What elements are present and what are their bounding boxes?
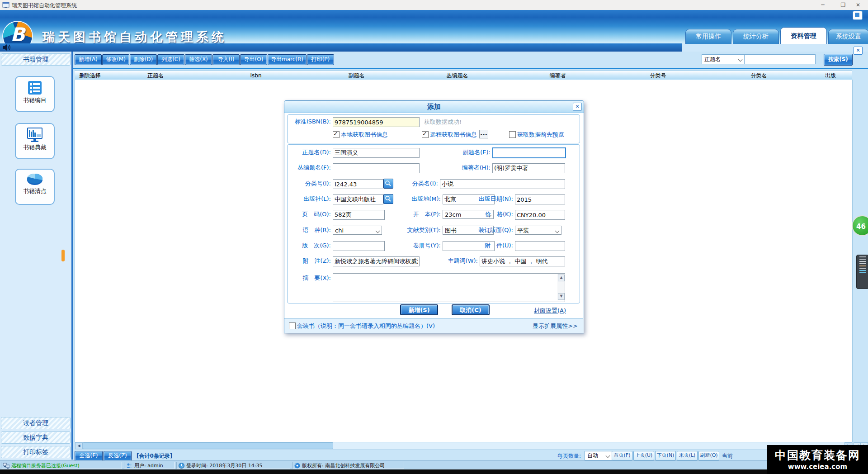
search-button[interactable]: 搜索(S) bbox=[824, 54, 853, 66]
status-login-time-text: 登录时间: 2018年3月30日 14:35 bbox=[186, 462, 262, 469]
author-input[interactable] bbox=[492, 163, 565, 173]
scroll-down-icon[interactable]: ▼ bbox=[558, 293, 565, 300]
collection-monitor-icon bbox=[27, 127, 43, 142]
next-page-button[interactable]: 下页(N) bbox=[655, 451, 676, 460]
sidebar-item-book-inventory[interactable]: 书籍清点 bbox=[15, 169, 55, 205]
logo-letter: B bbox=[3, 24, 32, 46]
abstract-textarea[interactable]: ▲ ▼ bbox=[333, 273, 565, 302]
per-page-select[interactable]: 自动 bbox=[585, 451, 612, 460]
sidebar-item-print-labels[interactable]: 打印标签 bbox=[1, 446, 71, 458]
first-page-button[interactable]: 首页(F) bbox=[612, 451, 632, 460]
series-title-input[interactable] bbox=[333, 163, 420, 173]
sidebar-collapse-handle[interactable] bbox=[61, 250, 65, 261]
toolbar-print-button[interactable]: 打印(P) bbox=[307, 54, 334, 65]
sidebar-item-label: 书籍编目 bbox=[16, 96, 54, 104]
column-header-isbn[interactable]: Isbn bbox=[206, 71, 307, 81]
sidebar-item-book-cataloging[interactable]: 书籍编目 bbox=[15, 76, 55, 112]
price-input[interactable] bbox=[515, 210, 565, 220]
class-no-input[interactable] bbox=[333, 179, 383, 189]
tab-system-settings[interactable]: 系统设置 bbox=[828, 29, 868, 44]
note-input[interactable] bbox=[333, 256, 420, 266]
dialog-add-button[interactable]: 新增(S) bbox=[400, 304, 438, 315]
publisher-input[interactable] bbox=[333, 194, 383, 204]
scrollbar-thumb[interactable] bbox=[83, 442, 333, 449]
invert-select-button[interactable]: 反选(Z) bbox=[104, 451, 132, 461]
page-close-icon[interactable]: ✕ bbox=[854, 47, 863, 55]
toolbar-delete-button[interactable]: 删除(D) bbox=[130, 54, 157, 65]
tab-statistics[interactable]: 统计分析 bbox=[733, 29, 779, 44]
per-page-value: 自动 bbox=[587, 452, 598, 459]
select-all-button[interactable]: 全选(E) bbox=[75, 451, 103, 461]
toolbar-add-button[interactable]: 新增(A) bbox=[75, 54, 102, 65]
cover-settings-link[interactable]: 封面设置(A) bbox=[534, 307, 566, 315]
search-field-select[interactable]: 正题名 bbox=[702, 54, 745, 64]
chevron-down-icon bbox=[376, 229, 380, 233]
status-connection: 远程编目服务器已连接(Guest) bbox=[1, 462, 122, 469]
close-button[interactable]: ✕ bbox=[848, 0, 868, 10]
column-header-class-no[interactable]: 分类号 bbox=[608, 71, 709, 81]
scroll-left-arrow[interactable]: ◀ bbox=[75, 442, 83, 449]
prev-page-button[interactable]: 上页(U) bbox=[633, 451, 654, 460]
sub-title-input[interactable] bbox=[492, 147, 566, 158]
toolbar-divider bbox=[73, 68, 868, 69]
toolbar-export-marc-button[interactable]: 导出marc(R) bbox=[268, 54, 307, 65]
dialog-close-icon[interactable]: ✕ bbox=[573, 103, 582, 111]
binding-select[interactable]: 平装 bbox=[515, 226, 561, 235]
toolbar-filter-button[interactable]: 筛选(X) bbox=[185, 54, 212, 65]
column-header-author[interactable]: 编著者 bbox=[508, 71, 608, 81]
subject-input[interactable] bbox=[480, 256, 565, 266]
per-page-label: 每页数量: bbox=[557, 452, 581, 460]
column-header-subtitle[interactable]: 副题名 bbox=[306, 71, 407, 81]
column-header-class-name[interactable]: 分类名 bbox=[708, 71, 810, 81]
floating-badge[interactable]: 46 bbox=[852, 215, 868, 236]
attachment-input[interactable] bbox=[515, 241, 565, 251]
isbn-input[interactable] bbox=[333, 117, 420, 127]
tab-data-management[interactable]: 资料管理 bbox=[780, 27, 827, 44]
isbn-group: 标准ISBN(B): 获取数据成功! 本地获取图书信息 远程获取图书信息 … 获… bbox=[287, 114, 580, 143]
sidebar-item-reader-management[interactable]: 读者管理 bbox=[1, 417, 71, 429]
textarea-scrollbar[interactable]: ▲ ▼ bbox=[557, 274, 564, 300]
language-select[interactable]: chi bbox=[333, 226, 382, 235]
capture-icon[interactable] bbox=[853, 11, 863, 20]
sidebar-item-book-collection[interactable]: 书籍典藏 bbox=[15, 123, 55, 159]
local-fetch-checkbox[interactable] bbox=[333, 131, 340, 138]
column-header-main-title[interactable]: 正题名 bbox=[105, 71, 206, 81]
pub-date-input[interactable] bbox=[515, 194, 565, 204]
refresh-button[interactable]: 刷新(Q) bbox=[698, 451, 719, 460]
floating-side-widget[interactable] bbox=[856, 255, 868, 289]
column-header-publisher[interactable]: 出版 bbox=[809, 71, 852, 81]
tab-common-operations[interactable]: 常用操作 bbox=[685, 29, 731, 44]
class-no-search-icon[interactable] bbox=[383, 179, 393, 189]
edition-input[interactable] bbox=[333, 241, 385, 251]
toolbar-column-select-button[interactable]: 列选(C) bbox=[157, 54, 184, 65]
toolbar-export-button[interactable]: 导出(O) bbox=[240, 54, 267, 65]
user-icon bbox=[126, 463, 132, 469]
remote-source-more-button[interactable]: … bbox=[479, 130, 488, 138]
column-header-series-title[interactable]: 丛编题名 bbox=[407, 71, 508, 81]
scroll-up-icon[interactable]: ▲ bbox=[558, 275, 565, 281]
toolbar-import-button[interactable]: 导入(I) bbox=[212, 54, 240, 65]
last-page-button[interactable]: 末页(L) bbox=[677, 451, 698, 460]
window-app-icon bbox=[2, 1, 9, 9]
sidebar-item-data-dictionary[interactable]: 数据字典 bbox=[1, 431, 71, 444]
preview-checkbox[interactable] bbox=[509, 131, 516, 138]
search-input[interactable] bbox=[744, 54, 816, 64]
status-connection-text: 远程编目服务器已连接(Guest) bbox=[11, 462, 80, 469]
publisher-search-icon[interactable] bbox=[383, 194, 393, 204]
current-page-label: 当前 bbox=[722, 452, 733, 460]
pages-input[interactable] bbox=[333, 210, 385, 220]
edition-label: 版 次(G): bbox=[288, 241, 331, 251]
column-header-delete-select[interactable]: 删除选择 bbox=[75, 71, 106, 81]
class-name-input[interactable] bbox=[440, 179, 565, 189]
server-connection-icon bbox=[3, 463, 9, 469]
minimize-button[interactable]: ─ bbox=[813, 0, 833, 10]
dialog-cancel-button[interactable]: 取消(C) bbox=[452, 304, 490, 315]
set-book-checkbox[interactable] bbox=[289, 322, 296, 329]
toolbar-modify-button[interactable]: 修改(M) bbox=[102, 54, 129, 65]
speaker-icon[interactable] bbox=[2, 44, 10, 51]
remote-fetch-checkbox[interactable] bbox=[422, 131, 429, 138]
status-login-time: 登录时间: 2018年3月30日 14:35 bbox=[176, 462, 290, 469]
disc-icon bbox=[294, 463, 300, 469]
show-extended-link[interactable]: 显示扩展属性>> bbox=[533, 322, 578, 330]
main-title-input[interactable] bbox=[333, 148, 420, 158]
